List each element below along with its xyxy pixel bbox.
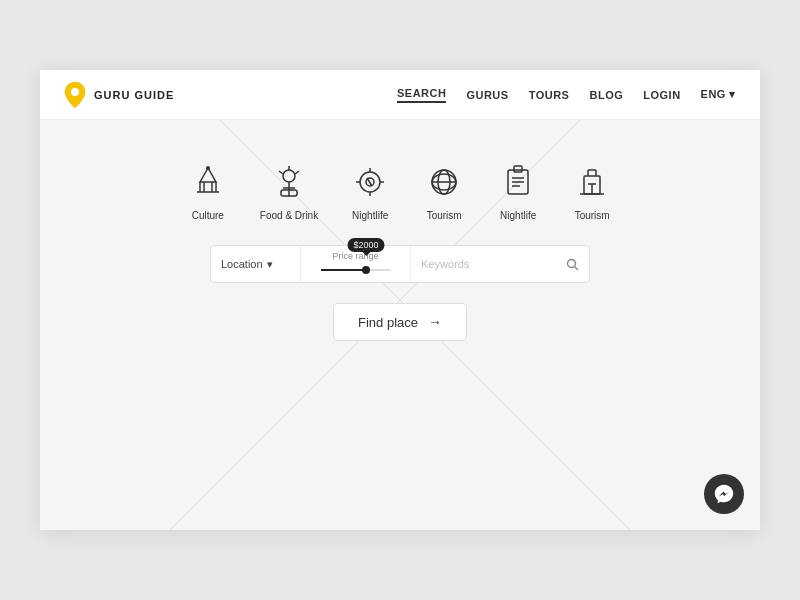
logo-pin-icon: [64, 82, 86, 108]
search-icon[interactable]: [566, 258, 579, 271]
location-label: Location: [221, 258, 263, 270]
svg-line-10: [279, 171, 283, 174]
nav-search[interactable]: SEARCH: [397, 87, 446, 103]
categories-row: Culture Food & Drink: [186, 160, 614, 221]
culture-icon: [186, 160, 230, 204]
nightlife2-label: Nightlife: [500, 210, 536, 221]
nav-tours[interactable]: TOURS: [529, 89, 570, 101]
tourism-icon: [422, 160, 466, 204]
price-label: Price range: [332, 251, 378, 261]
nav-gurus[interactable]: GURUS: [466, 89, 508, 101]
nightlife-icon: [348, 160, 392, 204]
location-dropdown[interactable]: Location ▾: [211, 246, 301, 282]
nav-blog[interactable]: BLOG: [589, 89, 623, 101]
tourism2-icon: [570, 160, 614, 204]
keywords-field[interactable]: Keywords: [411, 246, 589, 282]
main-nav: SEARCH GURUS TOURS BLOG LOGIN ENG ▾: [397, 87, 736, 103]
price-range-control[interactable]: Price range $2000: [301, 246, 411, 282]
tourism-label: Tourism: [427, 210, 462, 221]
keywords-placeholder: Keywords: [421, 258, 560, 270]
svg-marker-1: [200, 168, 216, 182]
messenger-button[interactable]: [704, 474, 744, 514]
category-nightlife2[interactable]: Nightlife: [496, 160, 540, 221]
price-slider[interactable]: $2000: [321, 263, 391, 277]
slider-fill: [321, 269, 367, 271]
logo-area: GURU GUIDE: [64, 82, 174, 108]
slider-track: [321, 269, 391, 271]
svg-line-11: [295, 171, 299, 174]
slider-thumb[interactable]: $2000: [362, 266, 370, 274]
category-tourism[interactable]: Tourism: [422, 160, 466, 221]
food-label: Food & Drink: [260, 210, 318, 221]
search-bar: Location ▾ Price range $2000 Keywords: [210, 245, 590, 283]
header: GURU GUIDE SEARCH GURUS TOURS BLOG LOGIN…: [40, 70, 760, 120]
nav-lang[interactable]: ENG ▾: [701, 88, 736, 101]
main-content: Culture Food & Drink: [40, 120, 760, 341]
svg-line-39: [575, 266, 579, 270]
svg-point-7: [206, 166, 210, 170]
category-food[interactable]: Food & Drink: [260, 160, 318, 221]
find-place-label: Find place: [358, 315, 418, 330]
svg-point-38: [568, 259, 576, 267]
logo-text: GURU GUIDE: [94, 89, 174, 101]
culture-label: Culture: [192, 210, 224, 221]
location-chevron-icon: ▾: [267, 258, 273, 271]
tourism2-label: Tourism: [575, 210, 610, 221]
svg-point-8: [283, 170, 295, 182]
price-bubble: $2000: [347, 238, 384, 252]
arrow-right-icon: →: [428, 314, 442, 330]
nav-login[interactable]: LOGIN: [643, 89, 680, 101]
category-culture[interactable]: Culture: [186, 160, 230, 221]
nightlife-label: Nightlife: [352, 210, 388, 221]
category-nightlife[interactable]: Nightlife: [348, 160, 392, 221]
category-tourism2[interactable]: Tourism: [570, 160, 614, 221]
food-icon: [267, 160, 311, 204]
find-place-button[interactable]: Find place →: [333, 303, 467, 341]
page-wrapper: GURU GUIDE SEARCH GURUS TOURS BLOG LOGIN…: [40, 70, 760, 530]
nightlife2-icon: [496, 160, 540, 204]
svg-point-0: [71, 88, 79, 96]
svg-rect-30: [514, 166, 522, 172]
